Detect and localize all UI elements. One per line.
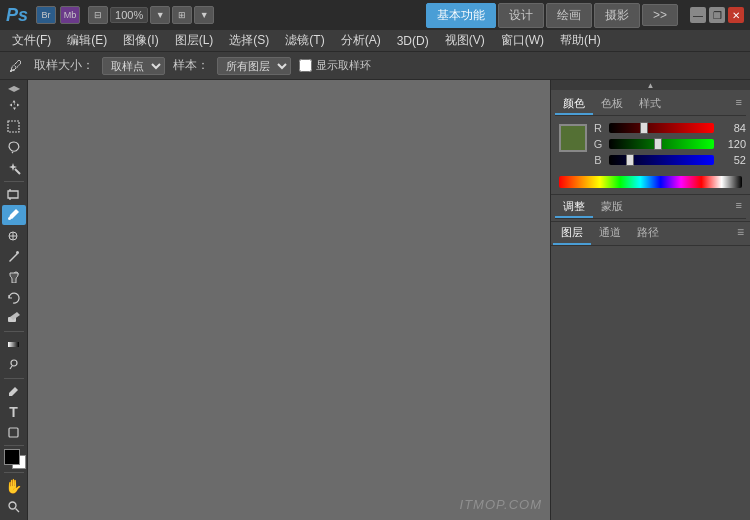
crop-tool-btn[interactable] [2, 184, 26, 204]
dodge-tool-btn[interactable] [2, 355, 26, 375]
g-row: G 120 [591, 138, 746, 150]
tab-channels[interactable]: 通道 [591, 222, 629, 245]
canvas-area: ITMOP.COM [28, 80, 550, 520]
menu-filter[interactable]: 滤镜(T) [277, 30, 332, 51]
view-controls: ⊟ 100% ▼ ⊞ ▼ [88, 6, 214, 24]
eraser-tool-btn[interactable] [2, 308, 26, 328]
menu-help[interactable]: 帮助(H) [552, 30, 609, 51]
color-preview-swatch[interactable] [559, 124, 587, 152]
ws-tab-more[interactable]: >> [642, 4, 678, 26]
menu-3d[interactable]: 3D(D) [389, 32, 437, 50]
window-controls: — ❐ ✕ [690, 7, 744, 23]
r-row: R 84 [591, 122, 746, 134]
move-tool-btn[interactable] [2, 96, 26, 116]
ws-tab-paint[interactable]: 绘画 [546, 3, 592, 28]
heal-tool-btn[interactable] [2, 226, 26, 246]
clone-tool-btn[interactable] [2, 267, 26, 287]
tab-adjust[interactable]: 调整 [555, 197, 593, 218]
zoom-level: 100% [110, 7, 148, 23]
tool-sep-3 [4, 378, 24, 379]
svg-rect-0 [8, 121, 19, 132]
brush-tool-btn[interactable] [2, 246, 26, 266]
menu-image[interactable]: 图像(I) [115, 30, 166, 51]
ws-tab-basic[interactable]: 基本功能 [426, 3, 496, 28]
layout-menu[interactable]: ▼ [194, 6, 214, 24]
gradient-tool-btn[interactable] [2, 335, 26, 355]
r-slider[interactable] [609, 123, 714, 133]
zoom-tool-btn[interactable] [2, 496, 26, 516]
svg-point-7 [16, 251, 19, 254]
hand-tool-btn[interactable]: ✋ [2, 476, 26, 496]
maximize-button[interactable]: ❐ [709, 7, 725, 23]
tool-sep-1 [4, 181, 24, 182]
main-layout: ◀▶ [0, 80, 750, 520]
options-bar: 🖊 取样大小： 取样点 样本： 所有图层 显示取样环 [0, 52, 750, 80]
fg-color-swatch[interactable] [4, 449, 20, 465]
sample-size-select[interactable]: 取样点 [102, 57, 165, 75]
menu-select[interactable]: 选择(S) [221, 30, 277, 51]
eyedropper-tool-btn[interactable] [2, 205, 26, 225]
adjust-panel: 调整 蒙版 ≡ [551, 194, 750, 221]
ps-logo: Ps [6, 5, 28, 26]
svg-point-14 [9, 502, 16, 509]
pen-tool-btn[interactable] [2, 382, 26, 402]
menu-bar: 文件(F) 编辑(E) 图像(I) 图层(L) 选择(S) 滤镜(T) 分析(A… [0, 30, 750, 52]
text-tool-btn[interactable]: T [2, 402, 26, 422]
frame-select[interactable]: ⊟ [88, 6, 108, 24]
b-slider[interactable] [609, 155, 714, 165]
tab-color[interactable]: 颜色 [555, 94, 593, 115]
svg-point-11 [11, 360, 17, 366]
r-thumb[interactable] [640, 122, 648, 134]
tab-layers[interactable]: 图层 [553, 222, 591, 245]
svg-rect-10 [8, 342, 19, 347]
tab-styles[interactable]: 样式 [631, 94, 669, 115]
mb-button[interactable]: Mb [60, 6, 80, 24]
color-panel-menu-icon[interactable]: ≡ [732, 94, 746, 115]
menu-file[interactable]: 文件(F) [4, 30, 59, 51]
watermark: ITMOP.COM [460, 497, 542, 512]
layers-tabs: 图层 通道 路径 ≡ [551, 222, 750, 246]
marquee-tool-btn[interactable] [2, 117, 26, 137]
sample-size-label: 取样大小： [34, 57, 94, 74]
title-bar: Ps Br Mb ⊟ 100% ▼ ⊞ ▼ 基本功能 设计 绘画 摄影 >> —… [0, 0, 750, 30]
show-ring-checkbox[interactable] [299, 59, 312, 72]
br-button[interactable]: Br [36, 6, 56, 24]
tab-paths[interactable]: 路径 [629, 222, 667, 245]
g-label: G [591, 138, 605, 150]
panel-collapse-top[interactable]: ▲ [551, 80, 750, 90]
b-row: B 52 [591, 154, 746, 166]
menu-edit[interactable]: 编辑(E) [59, 30, 115, 51]
wand-tool-btn[interactable] [2, 158, 26, 178]
menu-view[interactable]: 视图(V) [437, 30, 493, 51]
sample-layer-select[interactable]: 所有图层 [217, 57, 291, 75]
ws-tab-photo[interactable]: 摄影 [594, 3, 640, 28]
g-slider[interactable] [609, 139, 714, 149]
lasso-tool-btn[interactable] [2, 137, 26, 157]
shape-tool-btn[interactable] [2, 423, 26, 443]
history-tool-btn[interactable] [2, 287, 26, 307]
layout-select[interactable]: ⊞ [172, 6, 192, 24]
svg-line-1 [12, 152, 13, 153]
zoom-menu[interactable]: ▼ [150, 6, 170, 24]
g-thumb[interactable] [654, 138, 662, 150]
menu-analyze[interactable]: 分析(A) [333, 30, 389, 51]
toolbar-collapse[interactable]: ◀▶ [2, 84, 26, 93]
b-thumb[interactable] [626, 154, 634, 166]
menu-layer[interactable]: 图层(L) [167, 30, 222, 51]
ws-tab-design[interactable]: 设计 [498, 3, 544, 28]
layers-menu-icon[interactable]: ≡ [733, 222, 748, 245]
color-spectrum[interactable] [559, 176, 742, 188]
minimize-button[interactable]: — [690, 7, 706, 23]
menu-window[interactable]: 窗口(W) [493, 30, 552, 51]
r-value: 84 [718, 122, 746, 134]
color-swatches[interactable] [2, 449, 26, 469]
tab-swatches[interactable]: 色板 [593, 94, 631, 115]
layers-panel: 图层 通道 路径 ≡ [551, 221, 750, 520]
tab-mask[interactable]: 蒙版 [593, 197, 631, 218]
adjust-panel-menu-icon[interactable]: ≡ [732, 197, 746, 218]
color-sliders: R 84 G 120 [591, 120, 746, 172]
close-button[interactable]: ✕ [728, 7, 744, 23]
adjust-tabs: 调整 蒙版 ≡ [555, 197, 746, 219]
tool-sep-2 [4, 331, 24, 332]
svg-point-3 [8, 217, 11, 220]
